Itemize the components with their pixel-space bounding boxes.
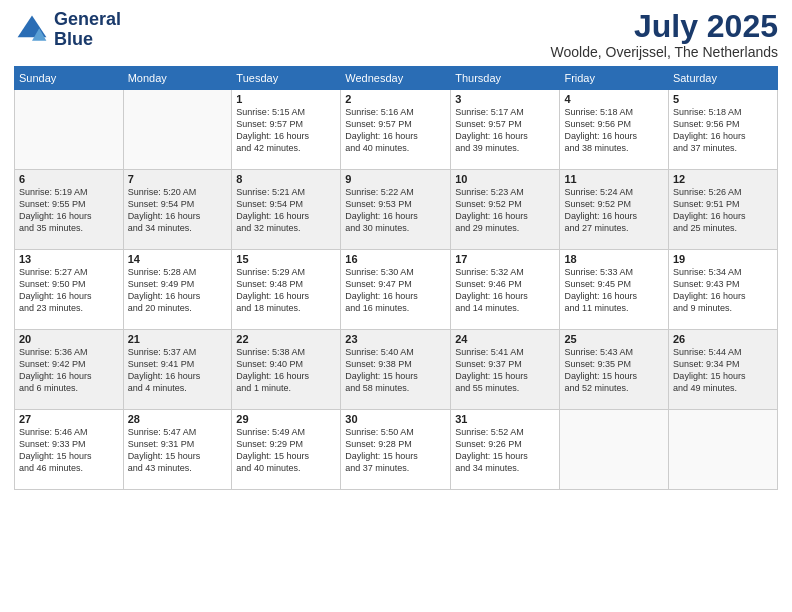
day-info: Sunrise: 5:50 AM Sunset: 9:28 PM Dayligh…: [345, 426, 446, 475]
day-number: 6: [19, 173, 119, 185]
day-info: Sunrise: 5:24 AM Sunset: 9:52 PM Dayligh…: [564, 186, 663, 235]
table-row: 1Sunrise: 5:15 AM Sunset: 9:57 PM Daylig…: [232, 90, 341, 170]
day-info: Sunrise: 5:21 AM Sunset: 9:54 PM Dayligh…: [236, 186, 336, 235]
day-info: Sunrise: 5:36 AM Sunset: 9:42 PM Dayligh…: [19, 346, 119, 395]
day-info: Sunrise: 5:46 AM Sunset: 9:33 PM Dayligh…: [19, 426, 119, 475]
table-row: 26Sunrise: 5:44 AM Sunset: 9:34 PM Dayli…: [668, 330, 777, 410]
table-row: 8Sunrise: 5:21 AM Sunset: 9:54 PM Daylig…: [232, 170, 341, 250]
day-number: 25: [564, 333, 663, 345]
day-number: 7: [128, 173, 228, 185]
day-number: 10: [455, 173, 555, 185]
day-info: Sunrise: 5:22 AM Sunset: 9:53 PM Dayligh…: [345, 186, 446, 235]
table-row: 19Sunrise: 5:34 AM Sunset: 9:43 PM Dayli…: [668, 250, 777, 330]
day-info: Sunrise: 5:37 AM Sunset: 9:41 PM Dayligh…: [128, 346, 228, 395]
day-number: 27: [19, 413, 119, 425]
page: General Blue July 2025 Woolde, Overijsse…: [0, 0, 792, 612]
day-info: Sunrise: 5:43 AM Sunset: 9:35 PM Dayligh…: [564, 346, 663, 395]
day-info: Sunrise: 5:15 AM Sunset: 9:57 PM Dayligh…: [236, 106, 336, 155]
day-number: 11: [564, 173, 663, 185]
month-title: July 2025: [551, 10, 778, 42]
table-row: 25Sunrise: 5:43 AM Sunset: 9:35 PM Dayli…: [560, 330, 668, 410]
table-row: 11Sunrise: 5:24 AM Sunset: 9:52 PM Dayli…: [560, 170, 668, 250]
day-number: 15: [236, 253, 336, 265]
table-row: 30Sunrise: 5:50 AM Sunset: 9:28 PM Dayli…: [341, 410, 451, 490]
day-number: 8: [236, 173, 336, 185]
logo: General Blue: [14, 10, 121, 50]
calendar-week-row: 20Sunrise: 5:36 AM Sunset: 9:42 PM Dayli…: [15, 330, 778, 410]
day-number: 19: [673, 253, 773, 265]
header: General Blue July 2025 Woolde, Overijsse…: [14, 10, 778, 60]
day-number: 9: [345, 173, 446, 185]
table-row: 28Sunrise: 5:47 AM Sunset: 9:31 PM Dayli…: [123, 410, 232, 490]
day-number: 23: [345, 333, 446, 345]
day-info: Sunrise: 5:34 AM Sunset: 9:43 PM Dayligh…: [673, 266, 773, 315]
calendar: Sunday Monday Tuesday Wednesday Thursday…: [14, 66, 778, 490]
day-info: Sunrise: 5:20 AM Sunset: 9:54 PM Dayligh…: [128, 186, 228, 235]
day-number: 17: [455, 253, 555, 265]
table-row: 16Sunrise: 5:30 AM Sunset: 9:47 PM Dayli…: [341, 250, 451, 330]
table-row: [560, 410, 668, 490]
table-row: 14Sunrise: 5:28 AM Sunset: 9:49 PM Dayli…: [123, 250, 232, 330]
day-info: Sunrise: 5:27 AM Sunset: 9:50 PM Dayligh…: [19, 266, 119, 315]
table-row: 13Sunrise: 5:27 AM Sunset: 9:50 PM Dayli…: [15, 250, 124, 330]
table-row: 27Sunrise: 5:46 AM Sunset: 9:33 PM Dayli…: [15, 410, 124, 490]
day-info: Sunrise: 5:17 AM Sunset: 9:57 PM Dayligh…: [455, 106, 555, 155]
table-row: 3Sunrise: 5:17 AM Sunset: 9:57 PM Daylig…: [451, 90, 560, 170]
table-row: 4Sunrise: 5:18 AM Sunset: 9:56 PM Daylig…: [560, 90, 668, 170]
day-number: 30: [345, 413, 446, 425]
table-row: [15, 90, 124, 170]
day-info: Sunrise: 5:49 AM Sunset: 9:29 PM Dayligh…: [236, 426, 336, 475]
day-number: 31: [455, 413, 555, 425]
day-number: 21: [128, 333, 228, 345]
table-row: [668, 410, 777, 490]
table-row: 5Sunrise: 5:18 AM Sunset: 9:56 PM Daylig…: [668, 90, 777, 170]
day-number: 5: [673, 93, 773, 105]
table-row: 18Sunrise: 5:33 AM Sunset: 9:45 PM Dayli…: [560, 250, 668, 330]
day-number: 1: [236, 93, 336, 105]
logo-text: General Blue: [54, 10, 121, 50]
day-info: Sunrise: 5:23 AM Sunset: 9:52 PM Dayligh…: [455, 186, 555, 235]
col-monday: Monday: [123, 67, 232, 90]
calendar-week-row: 13Sunrise: 5:27 AM Sunset: 9:50 PM Dayli…: [15, 250, 778, 330]
table-row: 17Sunrise: 5:32 AM Sunset: 9:46 PM Dayli…: [451, 250, 560, 330]
title-block: July 2025 Woolde, Overijssel, The Nether…: [551, 10, 778, 60]
col-tuesday: Tuesday: [232, 67, 341, 90]
table-row: 24Sunrise: 5:41 AM Sunset: 9:37 PM Dayli…: [451, 330, 560, 410]
table-row: 7Sunrise: 5:20 AM Sunset: 9:54 PM Daylig…: [123, 170, 232, 250]
day-number: 16: [345, 253, 446, 265]
day-number: 2: [345, 93, 446, 105]
day-number: 22: [236, 333, 336, 345]
day-info: Sunrise: 5:32 AM Sunset: 9:46 PM Dayligh…: [455, 266, 555, 315]
day-info: Sunrise: 5:44 AM Sunset: 9:34 PM Dayligh…: [673, 346, 773, 395]
calendar-header-row: Sunday Monday Tuesday Wednesday Thursday…: [15, 67, 778, 90]
col-friday: Friday: [560, 67, 668, 90]
day-info: Sunrise: 5:19 AM Sunset: 9:55 PM Dayligh…: [19, 186, 119, 235]
day-info: Sunrise: 5:18 AM Sunset: 9:56 PM Dayligh…: [673, 106, 773, 155]
day-number: 29: [236, 413, 336, 425]
day-number: 28: [128, 413, 228, 425]
day-info: Sunrise: 5:52 AM Sunset: 9:26 PM Dayligh…: [455, 426, 555, 475]
day-info: Sunrise: 5:40 AM Sunset: 9:38 PM Dayligh…: [345, 346, 446, 395]
col-saturday: Saturday: [668, 67, 777, 90]
col-thursday: Thursday: [451, 67, 560, 90]
col-wednesday: Wednesday: [341, 67, 451, 90]
day-number: 24: [455, 333, 555, 345]
day-info: Sunrise: 5:18 AM Sunset: 9:56 PM Dayligh…: [564, 106, 663, 155]
calendar-week-row: 1Sunrise: 5:15 AM Sunset: 9:57 PM Daylig…: [15, 90, 778, 170]
table-row: 6Sunrise: 5:19 AM Sunset: 9:55 PM Daylig…: [15, 170, 124, 250]
day-info: Sunrise: 5:38 AM Sunset: 9:40 PM Dayligh…: [236, 346, 336, 395]
table-row: 15Sunrise: 5:29 AM Sunset: 9:48 PM Dayli…: [232, 250, 341, 330]
table-row: 21Sunrise: 5:37 AM Sunset: 9:41 PM Dayli…: [123, 330, 232, 410]
day-info: Sunrise: 5:47 AM Sunset: 9:31 PM Dayligh…: [128, 426, 228, 475]
day-number: 14: [128, 253, 228, 265]
location-title: Woolde, Overijssel, The Netherlands: [551, 44, 778, 60]
day-number: 3: [455, 93, 555, 105]
day-number: 13: [19, 253, 119, 265]
table-row: 9Sunrise: 5:22 AM Sunset: 9:53 PM Daylig…: [341, 170, 451, 250]
day-number: 20: [19, 333, 119, 345]
day-info: Sunrise: 5:29 AM Sunset: 9:48 PM Dayligh…: [236, 266, 336, 315]
table-row: 2Sunrise: 5:16 AM Sunset: 9:57 PM Daylig…: [341, 90, 451, 170]
calendar-week-row: 6Sunrise: 5:19 AM Sunset: 9:55 PM Daylig…: [15, 170, 778, 250]
day-number: 12: [673, 173, 773, 185]
table-row: 12Sunrise: 5:26 AM Sunset: 9:51 PM Dayli…: [668, 170, 777, 250]
